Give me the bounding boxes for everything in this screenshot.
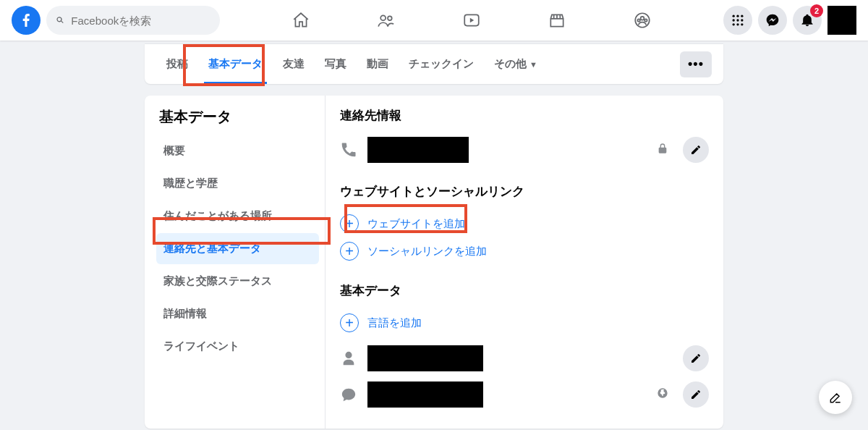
home-icon — [292, 11, 310, 30]
search-box[interactable] — [46, 6, 220, 35]
add-language-button[interactable]: + 言語を追加 — [340, 309, 709, 337]
svg-point-11 — [736, 19, 739, 21]
pencil-icon — [690, 389, 702, 400]
svg-point-7 — [733, 15, 735, 17]
svg-point-8 — [736, 15, 739, 17]
nav-groups[interactable] — [603, 3, 682, 38]
nav-watch[interactable] — [432, 3, 511, 38]
friends-icon — [377, 11, 396, 30]
phone-icon — [340, 141, 357, 159]
globe-icon[interactable] — [652, 387, 673, 402]
svg-point-14 — [736, 23, 739, 25]
svg-point-1 — [388, 16, 392, 20]
add-website-label: ウェブサイトを追加 — [367, 217, 465, 231]
redacted-gender — [367, 345, 483, 371]
about-heading: 基本データ — [156, 107, 319, 127]
tab-photos[interactable]: 写真 — [315, 44, 357, 84]
sidebar-item-contact[interactable]: 連絡先と基本データ — [156, 233, 319, 264]
section-contact-title: 連絡先情報 — [340, 107, 709, 124]
profile-page: 投稿 基本データ 友達 写真 動画 チェックイン その他▼ ••• 基本データ … — [145, 43, 723, 429]
row-phone — [340, 134, 709, 166]
redacted-phone — [367, 137, 469, 163]
lock-icon[interactable] — [652, 143, 673, 157]
tab-posts[interactable]: 投稿 — [156, 44, 198, 84]
nav-home[interactable] — [261, 3, 341, 38]
sidebar-item-details[interactable]: 詳細情報 — [156, 298, 319, 329]
plus-icon: + — [340, 313, 359, 332]
messenger-button[interactable] — [758, 6, 787, 35]
compose-icon — [828, 390, 843, 405]
svg-point-13 — [733, 23, 735, 25]
facebook-logo[interactable] — [12, 6, 41, 35]
tab-about[interactable]: 基本データ — [198, 44, 273, 84]
about-main: 連絡先情報 ウェブサイトとソーシャルリンク — [326, 96, 723, 429]
pencil-icon — [690, 353, 702, 364]
chat-icon — [340, 386, 357, 403]
notifications-button[interactable]: 2 — [793, 6, 822, 35]
watch-icon — [462, 11, 481, 30]
profile-tabs: 投稿 基本データ 友達 写真 動画 チェックイン その他▼ ••• — [145, 43, 723, 84]
sidebar-item-family[interactable]: 家族と交際ステータス — [156, 266, 319, 297]
marketplace-icon — [548, 11, 566, 30]
profile-more-button[interactable]: ••• — [680, 51, 712, 77]
tab-friends[interactable]: 友達 — [273, 44, 315, 84]
about-card: 基本データ 概要 職歴と学歴 住んだことがある場所 連絡先と基本データ 家族と交… — [145, 96, 723, 429]
add-website-button[interactable]: + ウェブサイトを追加 — [340, 210, 709, 237]
tab-videos[interactable]: 動画 — [357, 44, 399, 84]
tab-more-label: その他 — [494, 57, 527, 69]
redacted-birthday — [367, 381, 483, 408]
add-social-button[interactable]: + ソーシャルリンクを追加 — [340, 237, 709, 265]
gender-icon — [340, 350, 357, 367]
section-contact: 連絡先情報 — [340, 107, 709, 166]
sidebar-item-life-events[interactable]: ライフイベント — [156, 331, 319, 362]
right-tray: 2 — [723, 6, 856, 35]
section-basic-title: 基本データ — [340, 282, 709, 299]
svg-point-15 — [741, 23, 743, 25]
account-avatar[interactable] — [827, 6, 856, 35]
pencil-icon — [690, 144, 702, 156]
svg-point-10 — [733, 19, 735, 21]
tab-more[interactable]: その他▼ — [484, 44, 548, 84]
edit-birthday-button[interactable] — [683, 381, 709, 408]
groups-icon — [633, 11, 652, 30]
about-side-nav: 基本データ 概要 職歴と学歴 住んだことがある場所 連絡先と基本データ 家族と交… — [145, 96, 326, 429]
chevron-down-icon: ▼ — [529, 60, 537, 69]
svg-point-5 — [637, 19, 639, 21]
search-icon — [55, 14, 65, 26]
center-nav — [220, 3, 723, 38]
add-social-label: ソーシャルリンクを追加 — [367, 245, 487, 258]
svg-point-4 — [641, 17, 644, 20]
plus-icon: + — [340, 242, 359, 261]
menu-grid-button[interactable] — [723, 6, 752, 35]
svg-point-12 — [741, 19, 743, 21]
compose-button[interactable] — [819, 381, 852, 414]
add-language-label: 言語を追加 — [367, 316, 422, 330]
plus-icon: + — [340, 214, 359, 233]
nav-friends[interactable] — [346, 3, 426, 38]
tab-checkins[interactable]: チェックイン — [399, 44, 484, 84]
section-websites: ウェブサイトとソーシャルリンク + ウェブサイトを追加 + ソーシャルリンクを追… — [340, 183, 709, 265]
sidebar-item-overview[interactable]: 概要 — [156, 135, 319, 166]
search-input[interactable] — [71, 14, 211, 27]
row-gender — [340, 342, 709, 374]
row-birthday — [340, 379, 709, 410]
edit-gender-button[interactable] — [683, 345, 709, 371]
svg-point-0 — [380, 15, 386, 20]
sidebar-item-places[interactable]: 住んだことがある場所 — [156, 201, 319, 232]
section-websites-title: ウェブサイトとソーシャルリンク — [340, 183, 709, 200]
edit-phone-button[interactable] — [683, 137, 709, 163]
svg-point-6 — [644, 19, 647, 21]
nav-marketplace[interactable] — [517, 3, 597, 38]
sidebar-item-work-edu[interactable]: 職歴と学歴 — [156, 168, 319, 199]
section-basic: 基本データ + 言語を追加 — [340, 282, 709, 410]
grid-icon — [731, 13, 745, 28]
messenger-icon — [765, 13, 780, 28]
svg-point-9 — [741, 15, 743, 17]
notification-badge: 2 — [810, 4, 823, 17]
global-header: 2 — [0, 0, 868, 41]
